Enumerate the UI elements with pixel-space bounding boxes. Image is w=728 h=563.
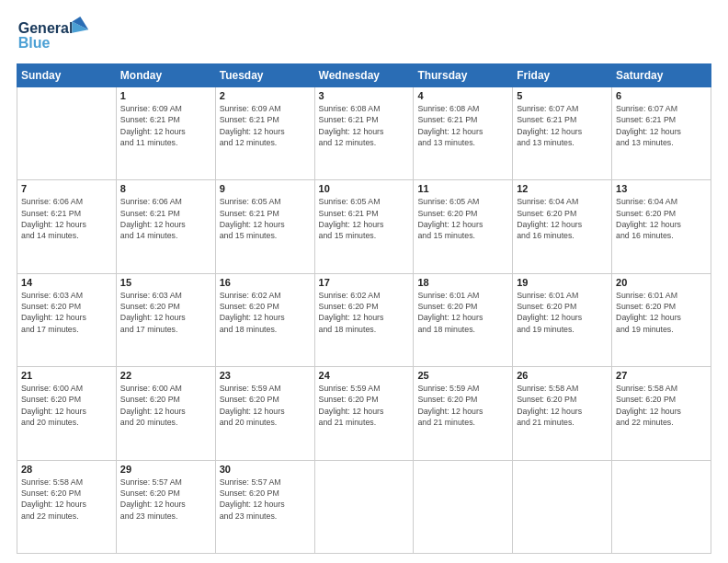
calendar-table: Sunday Monday Tuesday Wednesday Thursday… [17,63,711,554]
day-info: Sunrise: 5:58 AMSunset: 6:20 PMDaylight:… [517,383,608,428]
calendar-page: General Blue Sunday Monday Tuesday Wedne… [0,0,728,563]
header-wednesday: Wednesday [314,64,414,87]
day-cell: 12Sunrise: 6:04 AMSunset: 6:20 PMDayligh… [513,180,612,273]
day-number: 3 [319,90,410,101]
day-number: 11 [417,183,508,194]
svg-text:Blue: Blue [18,35,51,51]
day-info: Sunrise: 6:02 AMSunset: 6:20 PMDaylight:… [220,290,311,335]
day-number: 20 [616,277,707,288]
day-info: Sunrise: 6:04 AMSunset: 6:20 PMDaylight:… [517,196,608,241]
day-info: Sunrise: 6:05 AMSunset: 6:21 PMDaylight:… [319,196,410,241]
header-friday: Friday [513,64,612,87]
day-info: Sunrise: 6:09 AMSunset: 6:21 PMDaylight:… [220,103,311,148]
logo-svg: General Blue [17,15,90,56]
day-info: Sunrise: 5:58 AMSunset: 6:20 PMDaylight:… [616,383,707,428]
header-saturday: Saturday [612,64,711,87]
day-cell: 6Sunrise: 6:07 AMSunset: 6:21 PMDaylight… [612,87,711,180]
day-info: Sunrise: 6:01 AMSunset: 6:20 PMDaylight:… [517,290,608,335]
day-cell: 16Sunrise: 6:02 AMSunset: 6:20 PMDayligh… [215,273,314,366]
day-info: Sunrise: 6:06 AMSunset: 6:21 PMDaylight:… [21,196,112,241]
day-number: 2 [220,90,311,101]
day-info: Sunrise: 6:09 AMSunset: 6:21 PMDaylight:… [120,103,211,148]
day-info: Sunrise: 5:59 AMSunset: 6:20 PMDaylight:… [220,383,311,428]
header-monday: Monday [116,64,215,87]
day-info: Sunrise: 6:03 AMSunset: 6:20 PMDaylight:… [120,290,211,335]
week-row-3: 14Sunrise: 6:03 AMSunset: 6:20 PMDayligh… [17,273,711,366]
day-info: Sunrise: 6:07 AMSunset: 6:21 PMDaylight:… [616,103,707,148]
day-cell: 8Sunrise: 6:06 AMSunset: 6:21 PMDaylight… [116,180,215,273]
weekday-header-row: Sunday Monday Tuesday Wednesday Thursday… [17,64,711,87]
day-cell: 28Sunrise: 5:58 AMSunset: 6:20 PMDayligh… [17,460,117,553]
day-info: Sunrise: 6:08 AMSunset: 6:21 PMDaylight:… [417,103,508,148]
week-row-1: 1Sunrise: 6:09 AMSunset: 6:21 PMDaylight… [17,87,711,180]
day-cell [17,87,117,180]
day-number: 27 [616,370,707,381]
day-info: Sunrise: 6:07 AMSunset: 6:21 PMDaylight:… [517,103,608,148]
day-number: 13 [616,183,707,194]
day-number: 6 [616,90,707,101]
header: General Blue [17,15,711,56]
week-row-2: 7Sunrise: 6:06 AMSunset: 6:21 PMDaylight… [17,180,711,273]
day-number: 5 [517,90,608,101]
day-cell: 19Sunrise: 6:01 AMSunset: 6:20 PMDayligh… [513,273,612,366]
day-info: Sunrise: 5:57 AMSunset: 6:20 PMDaylight:… [120,477,211,522]
day-number: 1 [120,90,211,101]
day-info: Sunrise: 6:05 AMSunset: 6:21 PMDaylight:… [220,196,311,241]
day-info: Sunrise: 6:00 AMSunset: 6:20 PMDaylight:… [120,383,211,428]
day-cell: 23Sunrise: 5:59 AMSunset: 6:20 PMDayligh… [215,367,314,460]
day-cell: 15Sunrise: 6:03 AMSunset: 6:20 PMDayligh… [116,273,215,366]
day-cell: 21Sunrise: 6:00 AMSunset: 6:20 PMDayligh… [17,367,117,460]
day-number: 8 [120,183,211,194]
svg-text:General: General [18,20,74,36]
day-cell: 2Sunrise: 6:09 AMSunset: 6:21 PMDaylight… [215,87,314,180]
day-number: 25 [417,370,508,381]
day-info: Sunrise: 5:59 AMSunset: 6:20 PMDaylight:… [417,383,508,428]
day-info: Sunrise: 5:59 AMSunset: 6:20 PMDaylight:… [319,383,410,428]
day-cell: 11Sunrise: 6:05 AMSunset: 6:20 PMDayligh… [414,180,513,273]
header-sunday: Sunday [17,64,117,87]
day-info: Sunrise: 5:57 AMSunset: 6:20 PMDaylight:… [220,477,311,522]
day-info: Sunrise: 6:03 AMSunset: 6:20 PMDaylight:… [21,290,112,335]
day-info: Sunrise: 6:04 AMSunset: 6:20 PMDaylight:… [616,196,707,241]
day-number: 12 [517,183,608,194]
day-cell: 22Sunrise: 6:00 AMSunset: 6:20 PMDayligh… [116,367,215,460]
day-cell: 29Sunrise: 5:57 AMSunset: 6:20 PMDayligh… [116,460,215,553]
day-info: Sunrise: 5:58 AMSunset: 6:20 PMDaylight:… [21,477,112,522]
day-cell: 3Sunrise: 6:08 AMSunset: 6:21 PMDaylight… [314,87,414,180]
day-cell: 17Sunrise: 6:02 AMSunset: 6:20 PMDayligh… [314,273,414,366]
day-number: 30 [220,464,311,475]
day-cell: 30Sunrise: 5:57 AMSunset: 6:20 PMDayligh… [215,460,314,553]
day-number: 4 [417,90,508,101]
day-cell [612,460,711,553]
day-cell: 4Sunrise: 6:08 AMSunset: 6:21 PMDaylight… [414,87,513,180]
day-number: 18 [417,277,508,288]
day-number: 19 [517,277,608,288]
day-cell: 14Sunrise: 6:03 AMSunset: 6:20 PMDayligh… [17,273,117,366]
day-cell: 1Sunrise: 6:09 AMSunset: 6:21 PMDaylight… [116,87,215,180]
day-number: 16 [220,277,311,288]
header-tuesday: Tuesday [215,64,314,87]
day-cell [314,460,414,553]
day-info: Sunrise: 6:06 AMSunset: 6:21 PMDaylight:… [120,196,211,241]
day-number: 24 [319,370,410,381]
day-number: 9 [220,183,311,194]
week-row-5: 28Sunrise: 5:58 AMSunset: 6:20 PMDayligh… [17,460,711,553]
day-info: Sunrise: 6:05 AMSunset: 6:20 PMDaylight:… [417,196,508,241]
day-cell: 25Sunrise: 5:59 AMSunset: 6:20 PMDayligh… [414,367,513,460]
day-cell [513,460,612,553]
day-number: 23 [220,370,311,381]
week-row-4: 21Sunrise: 6:00 AMSunset: 6:20 PMDayligh… [17,367,711,460]
day-number: 17 [319,277,410,288]
day-number: 10 [319,183,410,194]
day-number: 15 [120,277,211,288]
day-cell: 5Sunrise: 6:07 AMSunset: 6:21 PMDaylight… [513,87,612,180]
day-cell: 27Sunrise: 5:58 AMSunset: 6:20 PMDayligh… [612,367,711,460]
day-number: 26 [517,370,608,381]
day-cell: 9Sunrise: 6:05 AMSunset: 6:21 PMDaylight… [215,180,314,273]
day-info: Sunrise: 6:02 AMSunset: 6:20 PMDaylight:… [319,290,410,335]
day-cell [414,460,513,553]
day-number: 7 [21,183,112,194]
day-cell: 10Sunrise: 6:05 AMSunset: 6:21 PMDayligh… [314,180,414,273]
header-thursday: Thursday [414,64,513,87]
day-number: 22 [120,370,211,381]
